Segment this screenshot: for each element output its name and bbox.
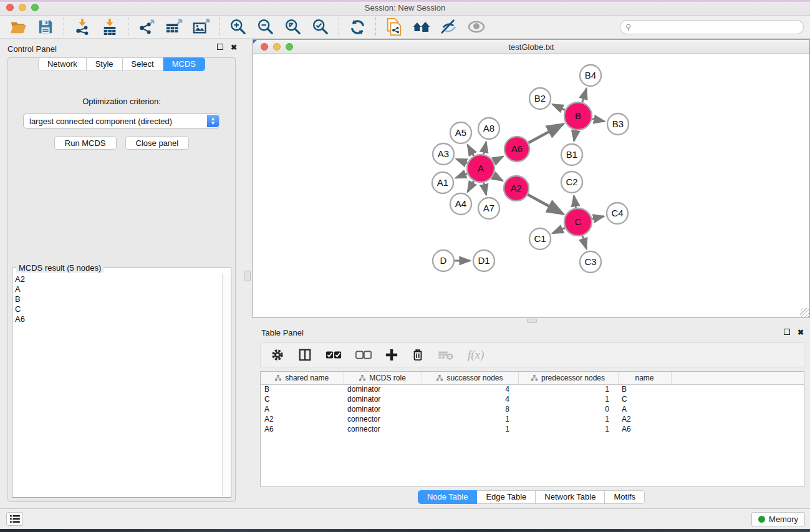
graph-edge-C-C2[interactable] [574, 196, 576, 208]
close-table-panel-icon[interactable]: ✖ [798, 329, 804, 336]
table-cell[interactable]: A2 [261, 414, 344, 424]
tab-edge-table[interactable]: Edge Table [477, 490, 536, 504]
graph-node-A8[interactable]: A8 [478, 118, 499, 139]
close-panel-button[interactable]: Close panel [125, 136, 190, 150]
table-cell[interactable]: B [618, 384, 671, 394]
export-network-icon[interactable] [137, 17, 156, 36]
close-panel-icon[interactable]: ✖ [231, 44, 237, 51]
zoom-in-icon[interactable] [229, 17, 248, 36]
duplicate-network-icon[interactable] [385, 17, 403, 36]
tab-motifs[interactable]: Motifs [605, 490, 645, 504]
mcds-result-item[interactable]: B [15, 294, 221, 304]
select-all-columns-icon[interactable] [325, 351, 342, 359]
create-column-icon[interactable] [385, 349, 398, 361]
import-network-icon[interactable] [73, 17, 92, 36]
column-predecessor-nodes[interactable]: predecessor nodes [518, 372, 618, 384]
column-mcds-role[interactable]: MCDS role [344, 372, 422, 384]
search-input[interactable] [620, 20, 804, 34]
network-graph[interactable]: B4B2BB3A8A5A6B1A3AA1C2A2A4A7C4CC1DD1C3 [253, 55, 809, 317]
graph-edge-C-C1[interactable] [552, 228, 565, 233]
criterion-select[interactable]: largest connected component (directed) ▲… [23, 114, 220, 128]
graph-edge-A-A4[interactable] [468, 181, 474, 192]
tab-select[interactable]: Select [123, 57, 163, 71]
table-cell[interactable] [671, 394, 804, 404]
graph-edge-A-A8[interactable] [484, 142, 486, 155]
vertical-split-divider[interactable] [243, 39, 253, 508]
graph-edge-B-B1[interactable] [574, 130, 576, 142]
graph-node-A3[interactable]: A3 [433, 143, 454, 165]
table-cell[interactable]: dominator [344, 384, 422, 394]
table-row[interactable]: Bdominator41B [261, 384, 804, 394]
graph-node-A[interactable]: A [467, 155, 494, 182]
graph-edge-A6-B[interactable] [528, 124, 563, 143]
run-mcds-button[interactable]: Run MCDS [54, 136, 117, 150]
function-builder-icon[interactable]: f(x) [468, 348, 484, 362]
mcds-result-item[interactable]: A2 [15, 274, 221, 284]
table-row[interactable]: Cdominator41C [261, 394, 804, 404]
show-all-icon[interactable] [467, 17, 486, 36]
graph-node-A1[interactable]: A1 [432, 172, 453, 193]
table-cell[interactable]: A6 [261, 424, 344, 434]
table-cell[interactable] [671, 414, 804, 424]
tab-node-table[interactable]: Node Table [418, 490, 478, 504]
column-shared-name[interactable]: shared name [261, 372, 344, 384]
graph-node-D1[interactable]: D1 [473, 250, 494, 271]
table-cell[interactable]: dominator [344, 394, 422, 404]
graph-node-A2[interactable]: A2 [504, 176, 529, 201]
graph-node-B1[interactable]: B1 [561, 144, 582, 165]
table-cell[interactable]: connector [344, 424, 422, 434]
graph-node-B[interactable]: B [564, 102, 592, 130]
graph-edge-A-A3[interactable] [456, 159, 468, 163]
table-row[interactable]: A6connector11A6 [261, 424, 804, 434]
graph-edge-B-B3[interactable] [592, 119, 605, 122]
graph-node-C4[interactable]: C4 [607, 203, 628, 224]
table-cell[interactable]: 1 [518, 394, 618, 404]
tab-network-table[interactable]: Network Table [536, 490, 605, 504]
delete-column-icon[interactable] [412, 348, 424, 362]
memory-button[interactable]: Memory [751, 512, 805, 526]
mcds-result-item[interactable]: A6 [15, 314, 221, 324]
graph-node-C3[interactable]: C3 [580, 251, 601, 273]
graph-node-A4[interactable]: A4 [450, 193, 471, 215]
table-cell[interactable]: 1 [422, 414, 518, 424]
export-table-icon[interactable] [165, 17, 183, 36]
column-successor-nodes[interactable]: successor nodes [422, 372, 518, 384]
graph-edge-A-A7[interactable] [484, 183, 486, 195]
table-cell[interactable]: 0 [518, 404, 618, 414]
graph-node-C2[interactable]: C2 [561, 172, 582, 193]
table-cell[interactable] [671, 384, 804, 394]
show-column-panel-icon[interactable] [298, 348, 312, 362]
table-cell[interactable]: A6 [618, 424, 671, 434]
table-cell[interactable]: C [618, 394, 671, 404]
table-cell[interactable]: A [261, 404, 344, 414]
table-cell[interactable]: 8 [422, 404, 518, 414]
mcds-result-item[interactable]: A [15, 284, 221, 294]
column-name[interactable]: name [618, 372, 671, 384]
table-row[interactable]: A2connector11A2 [261, 414, 804, 424]
divider-handle[interactable] [527, 319, 537, 323]
tab-style[interactable]: Style [87, 57, 123, 71]
table-cell[interactable]: B [261, 384, 344, 394]
resize-grip-icon[interactable] [800, 308, 809, 317]
table-cell[interactable]: A [618, 404, 671, 414]
graph-node-A5[interactable]: A5 [450, 122, 471, 143]
graph-node-B2[interactable]: B2 [529, 88, 551, 109]
graph-edge-B-B4[interactable] [582, 89, 587, 102]
table-cell[interactable]: A2 [618, 414, 671, 424]
mcds-result-list[interactable]: A2ABCA6 [15, 274, 221, 496]
horizontal-split-divider[interactable] [253, 318, 810, 324]
float-table-panel-icon[interactable] [784, 329, 790, 336]
graph-edge-A2-C[interactable] [528, 195, 563, 214]
network-canvas[interactable]: B4B2BB3A8A5A6B1A3AA1C2A2A4A7C4CC1DD1C3 [253, 55, 809, 317]
tab-mcds[interactable]: MCDS [163, 57, 205, 71]
table-cell[interactable]: C [261, 394, 344, 404]
mcds-result-item[interactable]: C [15, 304, 221, 314]
export-image-icon[interactable] [192, 17, 211, 36]
hide-selected-icon[interactable] [440, 17, 458, 36]
tab-network[interactable]: Network [38, 57, 87, 71]
table-settings-icon[interactable] [271, 348, 284, 362]
table-cell[interactable]: connector [344, 414, 422, 424]
delete-table-icon[interactable] [438, 349, 454, 360]
table-cell[interactable] [671, 424, 804, 434]
table-cell[interactable]: 1 [422, 424, 518, 434]
